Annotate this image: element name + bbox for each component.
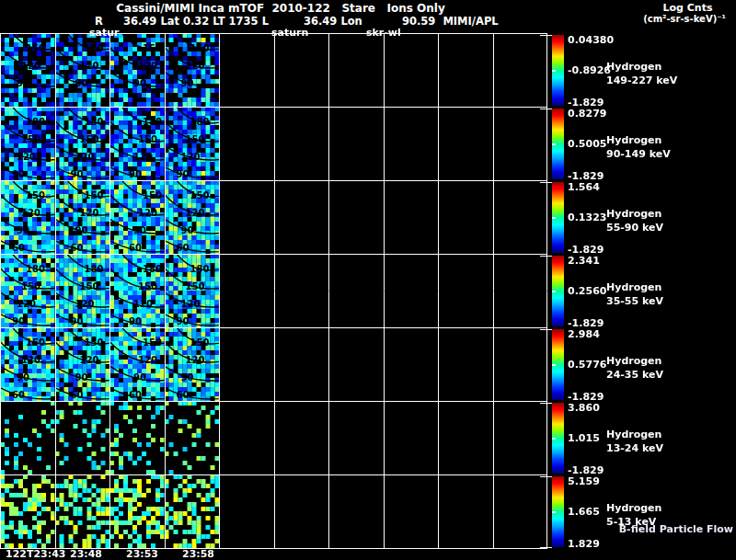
scale-max-row6: 5.159 xyxy=(568,475,600,487)
colorbar-top-tick-row0 xyxy=(540,35,552,36)
channel-name-row0: Hydrogen xyxy=(606,61,661,73)
colorbar-mid-tick-row6 xyxy=(552,511,556,513)
channel-name-row2: Hydrogen xyxy=(606,208,661,220)
channel-energy-row5: 13-24 keV xyxy=(606,442,663,454)
scale-mid-row3: 0.2560 xyxy=(568,285,606,297)
ephemeris-r-label: R xyxy=(95,15,103,28)
scale-mid-row4: 0.5776 xyxy=(568,359,606,371)
scale-max-row2: 1.564 xyxy=(568,181,600,193)
channel-energy-row0: 149-227 keV xyxy=(606,74,677,86)
ephemeris-values: 36.49 Lat 0.32 LT 1735 L xyxy=(123,15,269,28)
grid-column-label-1: saturn xyxy=(271,27,308,39)
time-tick-label-1: 23:48 xyxy=(70,548,102,560)
ephemeris-lon-value: 36.49 Lon xyxy=(304,15,362,28)
mimi-inca-plot-page: Cassini/MIMI Inca mTOF 2010-122 Stare Io… xyxy=(0,0,736,560)
scale-max-row5: 3.860 xyxy=(568,402,600,414)
colorbar-mid-tick-row5 xyxy=(552,438,556,440)
channel-energy-row3: 35-55 keV xyxy=(606,295,663,307)
scale-max-row4: 2.984 xyxy=(568,328,600,340)
channel-name-row4: Hydrogen xyxy=(606,355,661,367)
colorbar-mid-tick-row1 xyxy=(552,143,556,145)
channel-energy-row1: 90-149 keV xyxy=(606,148,671,160)
colorbar-mid-tick-row2 xyxy=(552,217,556,219)
channel-energy-row2: 55-90 keV xyxy=(606,222,663,234)
grid-column-label-2: skr-wl xyxy=(366,27,401,39)
channel-name-row3: Hydrogen xyxy=(606,281,661,293)
scale-max-row3: 2.341 xyxy=(568,255,600,267)
bfield-flow-label: B-field Particle Flow xyxy=(604,523,733,535)
colorbar-bottom-tick-row6 xyxy=(540,547,552,548)
scale-max-row0: 0.04380 xyxy=(568,34,614,46)
scale-mid-row0: -0.8926 xyxy=(568,64,611,76)
channel-name-row5: Hydrogen xyxy=(606,429,661,440)
colorbar-top-tick-row4 xyxy=(540,329,552,330)
grid-column-label-0: satur xyxy=(89,27,119,39)
plot-title: Cassini/MIMI Inca mTOF 2010-122 Stare Io… xyxy=(0,2,561,15)
time-tick-label-2: 23:53 xyxy=(126,548,158,560)
channel-name-row1: Hydrogen xyxy=(606,134,661,146)
scale-max-row1: 0.8279 xyxy=(568,108,606,120)
scale-mid-row1: 0.5005 xyxy=(568,138,606,150)
colorbar-top-tick-row5 xyxy=(540,403,552,404)
colorbar-top-tick-row1 xyxy=(540,109,552,109)
colorbar-legend-title: Log Cnts xyxy=(639,2,736,14)
scale-mid-row5: 1.015 xyxy=(568,432,600,444)
colorbar-top-tick-row2 xyxy=(540,182,552,183)
scale-min-row6: 1.829 xyxy=(568,538,600,550)
scale-mid-row6: 1.665 xyxy=(568,506,600,518)
colorbar-top-tick-row3 xyxy=(540,256,552,257)
colorbar-legend-units: (cm²-sr-s-keV)⁻¹ xyxy=(633,14,736,24)
colorbar-mid-tick-row4 xyxy=(552,364,556,366)
colorbar-mid-tick-row0 xyxy=(552,70,556,72)
channel-energy-row4: 24-35 keV xyxy=(606,369,663,381)
time-tick-label-0: 122T23:43 xyxy=(6,548,65,560)
time-tick-label-3: 23:58 xyxy=(182,548,214,560)
ephemeris-lon2-credit: 90.59 MIMI/APL xyxy=(402,15,499,28)
scale-mid-row2: 0.1323 xyxy=(568,211,606,223)
colorbar-top-tick-row6 xyxy=(540,476,552,477)
colorbar-mid-tick-row3 xyxy=(552,291,556,292)
channel-name-row6: Hydrogen xyxy=(606,502,661,514)
spectrogram-grid xyxy=(0,33,548,549)
